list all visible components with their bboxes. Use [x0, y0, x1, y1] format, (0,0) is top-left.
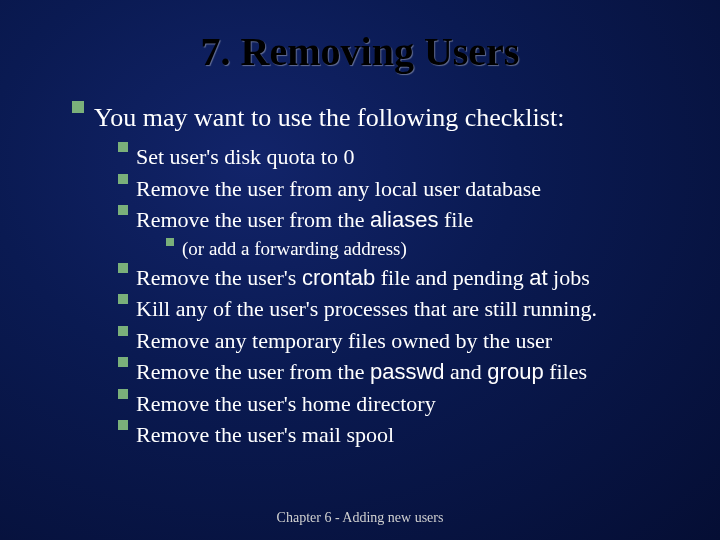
list-item: Remove the user's home directory: [118, 390, 680, 418]
list-item-text: Remove the user from the aliases file: [136, 206, 680, 234]
list-item-text: Remove the user's crontab file and pendi…: [136, 264, 680, 292]
bullet-icon: [118, 294, 128, 304]
list-item-text: Remove the user's home directory: [136, 390, 680, 418]
list-item-text: Remove the user from any local user data…: [136, 175, 680, 203]
sub-item: (or add a forwarding address): [166, 238, 680, 260]
bullet-icon: [118, 389, 128, 399]
bullet-icon: [118, 174, 128, 184]
list-item: Kill any of the user's processes that ar…: [118, 295, 680, 323]
list-item-text: Set user's disk quota to 0: [136, 143, 680, 171]
bullet-icon: [166, 238, 174, 246]
list-item: Remove the user from the passwd and grou…: [118, 358, 680, 386]
list-item: Remove the user's mail spool: [118, 421, 680, 449]
bullet-icon: [118, 420, 128, 430]
lead-line: You may want to use the following checkl…: [72, 103, 680, 133]
bullet-icon: [118, 263, 128, 273]
footer-text: Chapter 6 - Adding new users: [0, 510, 720, 526]
lead-text: You may want to use the following checkl…: [94, 103, 680, 133]
bullet-icon: [118, 142, 128, 152]
list-item: Remove the user from any local user data…: [118, 175, 680, 203]
list-item-text: Remove the user's mail spool: [136, 421, 680, 449]
list-item: Remove the user from the aliases file: [118, 206, 680, 234]
list-item: Set user's disk quota to 0: [118, 143, 680, 171]
slide-title: 7. Removing Users: [40, 28, 680, 75]
bullet-icon: [118, 326, 128, 336]
list-item-text: Remove any temporary files owned by the …: [136, 327, 680, 355]
sub-text: (or add a forwarding address): [182, 238, 680, 260]
bullet-icon: [72, 101, 84, 113]
list-item-text: Kill any of the user's processes that ar…: [136, 295, 680, 323]
list-item-text: Remove the user from the passwd and grou…: [136, 358, 680, 386]
bullet-icon: [118, 357, 128, 367]
list-item: Remove any temporary files owned by the …: [118, 327, 680, 355]
list-item: Remove the user's crontab file and pendi…: [118, 264, 680, 292]
bullet-icon: [118, 205, 128, 215]
